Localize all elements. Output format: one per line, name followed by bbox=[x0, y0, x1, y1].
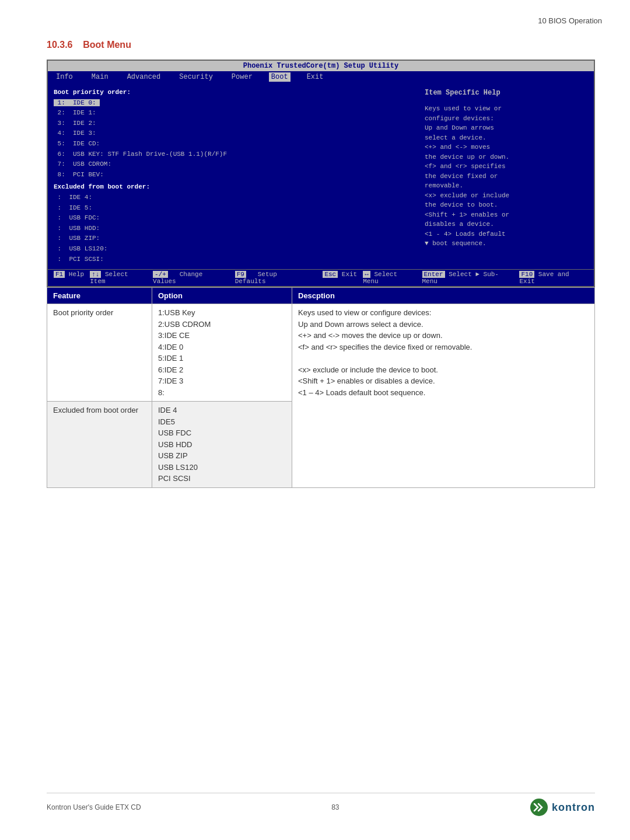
bios-left-panel: Boot priority order: 1: IDE 0: 2: IDE 1:… bbox=[54, 88, 425, 264]
bios-nav-exit[interactable]: Exit bbox=[304, 72, 326, 82]
boot-item-6: 6: USB KEY: STF Flash Drive-(USB 1.1)(R/… bbox=[54, 149, 419, 160]
bios-nav-boot[interactable]: Boot bbox=[269, 72, 290, 82]
footer-f10: F10 Save and Exit bbox=[519, 271, 588, 285]
page-ref: 10 BIOS Operation bbox=[538, 16, 602, 25]
page-footer: Kontron User's Guide ETX CD 83 kontron bbox=[47, 793, 595, 817]
footer-page-number: 83 bbox=[331, 803, 339, 811]
bios-nav-power[interactable]: Power bbox=[229, 72, 255, 82]
footer-change: -/+ Change Values bbox=[153, 271, 229, 285]
footer-f9: F9 Setup Defaults bbox=[235, 271, 312, 285]
bios-screen: Phoenix TrustedCore(tm) Setup Utility In… bbox=[47, 60, 595, 287]
table-row-boot-priority: Boot priority order 1:USB Key 2:USB CDRO… bbox=[47, 304, 595, 402]
excluded-item-4: : USB HDD: bbox=[54, 224, 419, 234]
col-feature: Feature bbox=[47, 288, 152, 304]
boot-item-4: 4: IDE 3: bbox=[54, 128, 419, 139]
main-content: 10.3.6 Boot Menu Phoenix TrustedCore(tm)… bbox=[47, 40, 595, 488]
boot-item-1: 1: IDE 0: bbox=[54, 99, 100, 106]
excluded-label: Excluded from boot order: bbox=[54, 182, 419, 193]
boot-item-5: 5: IDE CD: bbox=[54, 139, 419, 149]
options-excluded: IDE 4 IDE5 USB FDC USB HDD USB ZIP USB L… bbox=[152, 402, 292, 488]
bios-nav: Info Main Advanced Security Power Boot E… bbox=[48, 71, 594, 83]
kontron-logo-icon bbox=[530, 798, 548, 817]
bios-nav-security[interactable]: Security bbox=[177, 72, 215, 82]
excluded-item-5: : USB ZIP: bbox=[54, 233, 419, 244]
bios-help-title: Item Specific Help bbox=[425, 88, 588, 98]
options-boot-priority: 1:USB Key 2:USB CDROM 3:IDE CE 4:IDE 0 5… bbox=[152, 304, 292, 402]
excluded-item-1: : IDE 4: bbox=[54, 193, 419, 203]
bios-nav-main[interactable]: Main bbox=[89, 72, 111, 82]
feature-boot-priority: Boot priority order bbox=[47, 304, 152, 402]
svg-point-0 bbox=[530, 799, 548, 816]
bios-footer: F1 Help ↑↓ Select Item -/+ Change Values… bbox=[48, 269, 594, 286]
col-desc: Descption bbox=[292, 288, 595, 304]
footer-f1: F1 Help bbox=[54, 271, 84, 285]
bios-right-panel: Item Specific Help Keys used to view or … bbox=[425, 88, 588, 264]
bios-body: Boot priority order: 1: IDE 0: 2: IDE 1:… bbox=[48, 83, 594, 269]
bios-nav-advanced[interactable]: Advanced bbox=[125, 72, 163, 82]
excluded-item-6: : USB LS120: bbox=[54, 244, 419, 255]
bios-help-text: Keys used to view or configure devices: … bbox=[425, 104, 588, 249]
bios-left-text: Boot priority order: 1: IDE 0: 2: IDE 1:… bbox=[54, 88, 419, 264]
col-option: Option bbox=[152, 288, 292, 304]
boot-item-3: 3: IDE 2: bbox=[54, 118, 419, 129]
section-heading: Boot Menu bbox=[83, 40, 131, 50]
boot-item-2: 2: IDE 1: bbox=[54, 108, 419, 118]
excluded-item-2: : IDE 5: bbox=[54, 203, 419, 214]
section-number: 10.3.6 bbox=[47, 40, 72, 50]
footer-esc: Esc Exit bbox=[323, 271, 357, 285]
feature-excluded: Excluded from boot order bbox=[47, 402, 152, 488]
footer-logo-text: kontron bbox=[552, 801, 595, 814]
boot-item-8: 8: PCI BEV: bbox=[54, 170, 419, 180]
footer-enter: Enter Select ► Sub-Menu bbox=[422, 271, 514, 285]
desc-boot-priority: Keys used to view or configure devices: … bbox=[292, 304, 595, 488]
section-title: 10.3.6 Boot Menu bbox=[47, 40, 595, 50]
footer-logo: kontron bbox=[530, 798, 595, 817]
excluded-item-3: : USB FDC: bbox=[54, 213, 419, 224]
bios-title-bar: Phoenix TrustedCore(tm) Setup Utility bbox=[48, 61, 594, 71]
page-header: 10 BIOS Operation bbox=[538, 16, 602, 25]
footer-arrows: ↑↓ Select Item bbox=[90, 271, 147, 285]
excluded-item-7: : PCI SCSI: bbox=[54, 255, 419, 265]
bios-nav-info[interactable]: Info bbox=[54, 72, 75, 82]
boot-item-7: 7: USB CDROM: bbox=[54, 159, 419, 170]
info-table: Feature Option Descption Boot priority o… bbox=[47, 287, 595, 488]
boot-priority-label: Boot priority order: bbox=[54, 88, 419, 98]
footer-doc-title: Kontron User's Guide ETX CD bbox=[47, 803, 141, 811]
footer-lr: ↔ Select Menu bbox=[363, 271, 416, 285]
